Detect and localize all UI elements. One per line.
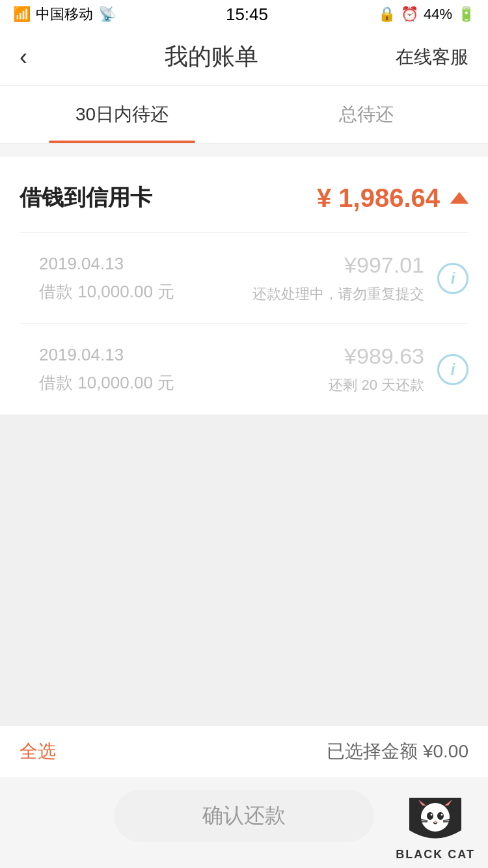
wifi-icon: 📡 [98, 6, 116, 23]
tab-bar: 30日内待还 总待还 [0, 86, 488, 144]
black-cat-logo: BLACK CAT [396, 794, 475, 861]
svg-point-7 [431, 814, 433, 816]
status-time: 15:45 [226, 5, 268, 25]
selected-amount-label: 已选择金额 ¥0.00 [327, 739, 468, 764]
status-left: 📶 中国移动 📡 [13, 5, 116, 24]
bill-left-1: 2019.04.13 借款 10,000.00 元 [39, 254, 174, 303]
section-header: 借钱到信用卡 ¥ 1,986.64 [0, 157, 488, 232]
confirm-btn-row: 确认还款 [0, 777, 488, 868]
total-amount: ¥ 1,986.64 [317, 183, 440, 213]
selected-amount-value: ¥0.00 [423, 741, 468, 761]
bill-right-2: ¥989.63 还剩 20 天还款 [329, 344, 468, 395]
bottom-bar: 全选 已选择金额 ¥0.00 确认还款 [0, 726, 488, 868]
bill-date-2: 2019.04.13 [39, 345, 174, 365]
status-right: 🔒 ⏰ 44% 🔋 [378, 6, 475, 23]
content-area: 借钱到信用卡 ¥ 1,986.64 2019.04.13 借款 10,000.0… [0, 157, 488, 414]
tab-30days[interactable]: 30日内待还 [0, 86, 244, 143]
black-cat-brand: BLACK CAT [396, 848, 475, 861]
customer-service-button[interactable]: 在线客服 [396, 45, 468, 70]
tab-30days-label: 30日内待还 [75, 102, 169, 127]
signal-icon: 📶 [13, 6, 31, 23]
bill-date-1: 2019.04.13 [39, 254, 174, 274]
bill-amount-col-1: ¥997.01 还款处理中，请勿重复提交 [252, 252, 424, 304]
bill-amount-col-2: ¥989.63 还剩 20 天还款 [329, 344, 424, 395]
bill-desc-1: 借款 10,000.00 元 [39, 280, 174, 303]
confirm-repay-button[interactable]: 确认还款 [114, 790, 374, 842]
bill-amount-1: ¥997.01 [344, 252, 424, 278]
bill-status-1: 还款处理中，请勿重复提交 [252, 284, 424, 304]
bill-desc-2: 借款 10,000.00 元 [39, 372, 174, 394]
bill-amount-2: ¥989.63 [344, 344, 424, 369]
lock-icon: 🔒 [378, 6, 396, 23]
alarm-icon: ⏰ [401, 6, 418, 23]
bill-right-1: ¥997.01 还款处理中，请勿重复提交 [252, 252, 468, 304]
bill-status-2: 还剩 20 天还款 [329, 375, 424, 395]
bill-item-2: 2019.04.13 借款 10,000.00 元 ¥989.63 还剩 20 … [0, 324, 488, 414]
battery-percent: 44% [424, 6, 452, 23]
svg-point-0 [421, 803, 450, 832]
svg-point-5 [427, 812, 433, 820]
bill-left-2: 2019.04.13 借款 10,000.00 元 [39, 345, 174, 394]
svg-point-8 [441, 814, 443, 816]
select-all-button[interactable]: 全选 [20, 739, 56, 764]
status-bar: 📶 中国移动 📡 15:45 🔒 ⏰ 44% 🔋 [0, 0, 488, 29]
svg-point-6 [437, 812, 444, 820]
chevron-up-icon[interactable] [450, 192, 468, 204]
tab-total[interactable]: 总待还 [244, 86, 488, 143]
nav-bar: ‹ 我的账单 在线客服 [0, 29, 488, 86]
tab-underline [49, 141, 195, 143]
section-right: ¥ 1,986.64 [317, 183, 468, 213]
carrier-name: 中国移动 [36, 5, 93, 24]
black-cat-icon [403, 794, 468, 847]
selected-label: 已选择金额 [327, 741, 418, 761]
section-title: 借钱到信用卡 [20, 183, 152, 213]
info-icon-1[interactable] [437, 263, 468, 294]
bill-item-1: 2019.04.13 借款 10,000.00 元 ¥997.01 还款处理中，… [0, 233, 488, 323]
battery-icon: 🔋 [457, 6, 475, 23]
info-icon-2[interactable] [437, 354, 468, 385]
back-button[interactable]: ‹ [20, 44, 27, 71]
bottom-info: 全选 已选择金额 ¥0.00 [0, 726, 488, 777]
page-title: 我的账单 [165, 41, 258, 73]
tab-total-label: 总待还 [339, 102, 394, 127]
